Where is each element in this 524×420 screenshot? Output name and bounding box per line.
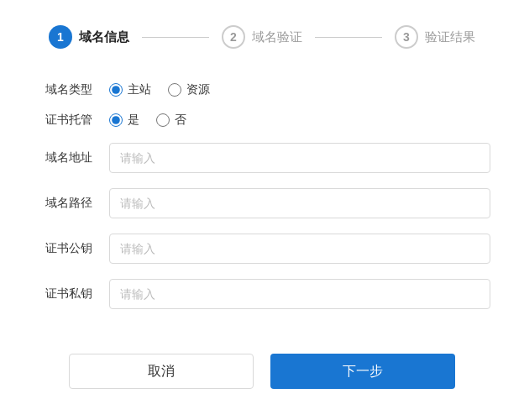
cert-public-key-row: 证书公钥 [34, 234, 490, 264]
cert-private-key-row: 证书私钥 [34, 279, 490, 309]
cert-private-key-label: 证书私钥 [34, 286, 92, 302]
step-1: 1 域名信息 [49, 25, 129, 49]
step-1-circle: 1 [49, 25, 72, 49]
next-button[interactable]: 下一步 [270, 354, 455, 389]
domain-address-label: 域名地址 [34, 150, 92, 165]
domain-address-input[interactable] [109, 143, 490, 173]
step-3-label: 验证结果 [425, 29, 475, 45]
step-2-number: 2 [230, 30, 237, 44]
step-2-label: 域名验证 [252, 29, 302, 45]
cancel-button[interactable]: 取消 [69, 354, 254, 389]
domain-type-resource-text: 资源 [186, 82, 210, 97]
cert-public-key-control [109, 234, 490, 264]
cert-public-key-label: 证书公钥 [34, 241, 92, 256]
domain-type-label: 域名类型 [34, 82, 92, 97]
cert-private-key-control [109, 279, 490, 309]
domain-path-control [109, 188, 490, 218]
page-container: 1 域名信息 2 域名验证 3 验证结果 域名类型 主站 [0, 0, 524, 420]
step-1-label: 域名信息 [79, 29, 129, 45]
domain-type-resource-option[interactable]: 资源 [168, 82, 210, 97]
step-3-circle: 3 [395, 25, 418, 49]
cert-managed-yes-text: 是 [128, 113, 139, 128]
domain-address-row: 域名地址 [34, 143, 490, 173]
domain-type-resource-radio[interactable] [168, 83, 181, 97]
cert-public-key-input[interactable] [109, 234, 490, 264]
cert-managed-yes-option[interactable]: 是 [109, 113, 139, 128]
cert-managed-control: 是 否 [109, 113, 490, 128]
domain-type-row: 域名类型 主站 资源 [34, 82, 490, 97]
domain-type-main-radio[interactable] [109, 83, 123, 97]
domain-type-main-text: 主站 [128, 82, 151, 97]
step-3: 3 验证结果 [395, 25, 475, 49]
domain-path-label: 域名路径 [34, 196, 92, 211]
domain-path-row: 域名路径 [34, 188, 490, 218]
footer-buttons: 取消 下一步 [25, 341, 499, 397]
cert-managed-no-option[interactable]: 否 [156, 113, 186, 128]
cert-managed-yes-radio[interactable] [109, 113, 123, 127]
cert-managed-label: 证书托管 [34, 113, 92, 128]
step-3-number: 3 [403, 30, 410, 44]
step-2: 2 域名验证 [222, 25, 302, 49]
domain-type-control: 主站 资源 [109, 82, 490, 97]
domain-type-main-option[interactable]: 主站 [109, 82, 151, 97]
step-divider-1 [142, 37, 209, 38]
cert-managed-no-text: 否 [175, 113, 186, 128]
domain-address-control [109, 143, 490, 173]
form-body: 域名类型 主站 资源 证书托管 是 [25, 82, 499, 324]
domain-path-input[interactable] [109, 188, 490, 218]
step-1-number: 1 [57, 30, 64, 44]
cert-managed-row: 证书托管 是 否 [34, 113, 490, 128]
stepper: 1 域名信息 2 域名验证 3 验证结果 [25, 17, 499, 57]
step-2-circle: 2 [222, 25, 245, 49]
step-divider-2 [315, 37, 382, 38]
cert-managed-no-radio[interactable] [156, 113, 170, 127]
cert-private-key-input[interactable] [109, 279, 490, 309]
